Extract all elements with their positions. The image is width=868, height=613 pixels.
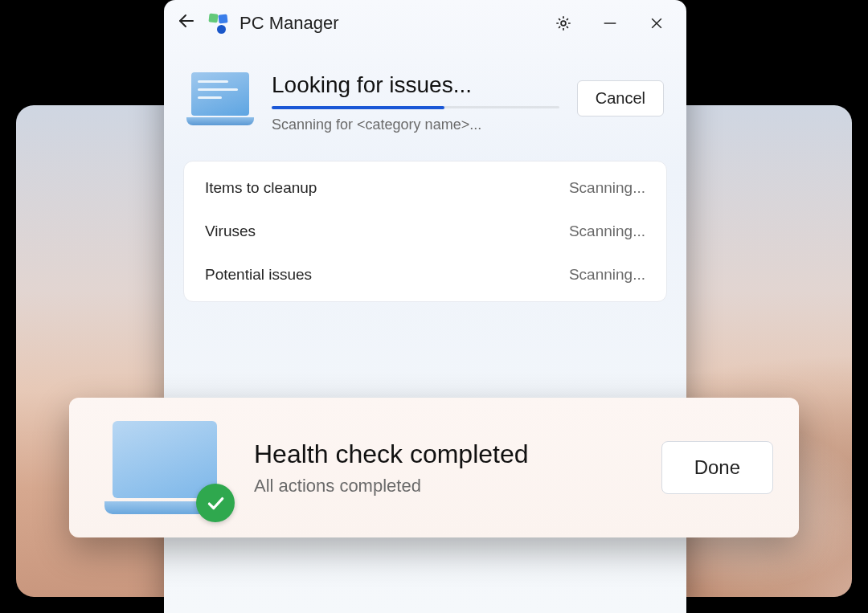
close-button[interactable] [638,10,675,37]
app-title: PC Manager [240,13,339,34]
scan-items-card: Items to cleanup Scanning... Viruses Sca… [183,161,667,302]
scan-item-status: Scanning... [569,266,645,284]
scan-item-status: Scanning... [569,179,645,197]
scan-item-row: Items to cleanup Scanning... [203,166,647,210]
toast-title: Health check completed [254,439,633,469]
completion-toast: Health check completed All actions compl… [69,398,799,537]
svg-point-1 [561,21,566,26]
minimize-button[interactable] [592,10,628,37]
scan-item-row: Potential issues Scanning... [203,253,647,296]
settings-button[interactable] [545,10,582,37]
minimize-icon [601,14,619,32]
scan-item-label: Potential issues [205,266,312,284]
toast-subtitle: All actions completed [254,476,633,497]
scan-item-label: Viruses [205,223,256,240]
scan-subtitle: Scanning for <category name>... [272,116,559,133]
scan-progress-bar [272,106,559,108]
scan-title: Looking for issues... [272,72,559,98]
titlebar: PC Manager [164,0,686,43]
cancel-button[interactable]: Cancel [577,80,664,116]
gear-icon [555,14,572,32]
laptop-icon [186,72,254,125]
scan-item-label: Items to cleanup [205,179,317,197]
done-button[interactable]: Done [661,441,773,494]
check-icon [205,492,226,513]
checkmark-badge [196,484,235,522]
scan-header: Looking for issues... Scanning for <cate… [164,43,686,149]
app-logo-icon [207,12,230,35]
scan-item-row: Viruses Scanning... [203,210,647,253]
laptop-icon [104,421,225,514]
back-button[interactable] [175,11,198,36]
scan-item-status: Scanning... [569,223,645,240]
arrow-left-icon [177,11,196,31]
close-icon [649,15,665,31]
